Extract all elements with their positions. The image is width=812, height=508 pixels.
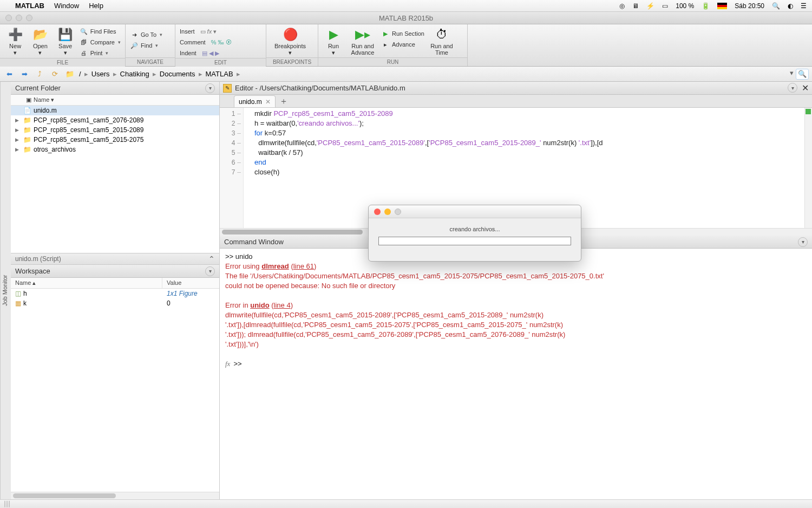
spotlight-icon[interactable]: 🔍 — [772, 2, 780, 10]
editor-titlebar: ✎ Editor - /Users/Chatiking/Documents/MA… — [220, 82, 812, 95]
teamviewer-icon[interactable]: ◎ — [619, 2, 625, 10]
nav-back-button[interactable]: ⬅ — [3, 69, 15, 80]
code-ok-icon — [806, 109, 811, 114]
workspace-row[interactable]: ◫h 1x1 Figure — [11, 289, 219, 298]
waitbar-dialog: creando archivos... — [368, 205, 581, 262]
editor-tab[interactable]: unido.m✕ — [234, 95, 276, 107]
current-folder-title: Current Folder ▾ — [11, 82, 219, 95]
file-status-expand[interactable]: ⌃ — [208, 255, 215, 263]
addr-search-button[interactable]: 🔍 — [796, 69, 809, 80]
run-time-button[interactable]: ⏱Run and Time — [428, 27, 456, 56]
new-button[interactable]: ➕New▾ — [4, 27, 26, 56]
address-row: ⬅ ➡ ⤴ ⟳ 📁 /▸ Users▸ Chatiking▸ Documents… — [0, 67, 812, 82]
current-folder-menu-icon[interactable]: ▾ — [205, 83, 215, 93]
workspace-title: Workspace ▾ — [11, 265, 219, 278]
menubar-app-name[interactable]: MATLAB — [15, 2, 44, 10]
command-prompt[interactable]: >> — [233, 359, 241, 369]
waitbar-minimize[interactable] — [384, 209, 391, 215]
wifi-icon[interactable]: ⚡ — [646, 2, 654, 10]
file-item[interactable]: 📄unido.m — [11, 106, 219, 115]
advance-button[interactable]: ▸Advance — [381, 40, 424, 49]
save-button[interactable]: 💾Save▾ — [55, 27, 76, 56]
clock[interactable]: Sáb 20:50 — [735, 2, 764, 10]
waitbar-text: creando archivos... — [369, 218, 581, 232]
battery-icon[interactable]: 🔋 — [702, 2, 710, 10]
display-icon[interactable]: 🖥 — [632, 2, 639, 10]
tab-close-icon[interactable]: ✕ — [265, 98, 271, 106]
menu-window[interactable]: Window — [54, 2, 79, 10]
nav-up-button[interactable]: ⤴ — [34, 69, 45, 80]
waitbar-progress — [378, 237, 571, 245]
workspace-menu-icon[interactable]: ▾ — [205, 266, 215, 276]
folder-item[interactable]: ▶📁otros_archivos — [11, 145, 219, 154]
folder-item[interactable]: ▶📁PCP_rcp85_cesm1_cam5_2015-2075 — [11, 135, 219, 145]
menu-help[interactable]: Help — [89, 2, 103, 10]
workspace-row[interactable]: ▦k 0 — [11, 298, 219, 308]
group-label-breakpoints: BREAKPOINTS — [266, 57, 318, 66]
job-monitor-tab[interactable]: Job Monitor — [0, 82, 11, 499]
workspace-value-header[interactable]: Value — [162, 278, 186, 288]
find-files-button[interactable]: 🔍Find Files — [80, 27, 121, 36]
airplay-icon[interactable]: ▭ — [662, 2, 668, 10]
battery-text: 100 % — [676, 2, 694, 10]
run-section-button[interactable]: ▶Run Section — [381, 29, 424, 38]
group-label-edit: EDIT — [175, 58, 266, 67]
nav-forward-button[interactable]: ➡ — [18, 69, 30, 80]
window-titlebar: MATLAB R2015b — [0, 12, 812, 24]
run-button[interactable]: ▶Run▾ — [323, 27, 344, 56]
siri-icon[interactable]: ◐ — [788, 2, 793, 10]
command-window[interactable]: >> unidoError using dlmread (line 61)The… — [220, 249, 812, 499]
workspace-hscroll[interactable] — [11, 492, 219, 499]
print-button[interactable]: 🖨Print — [80, 48, 121, 58]
macos-menubar: MATLAB Window Help ◎ 🖥 ⚡ ▭ 100 % 🔋 Sáb 2… — [0, 0, 812, 12]
statusbar — [0, 499, 812, 508]
editor-menu-icon[interactable]: ▾ — [788, 83, 797, 93]
group-label-run: RUN — [318, 57, 467, 66]
find-button[interactable]: 🔎Find — [130, 41, 162, 50]
addr-dropdown[interactable]: ▾ — [790, 69, 794, 80]
command-window-menu-icon[interactable]: ▾ — [798, 237, 808, 247]
compare-button[interactable]: 🗐Compare — [80, 37, 121, 47]
folder-item[interactable]: ▶📁PCP_rcp85_cesm1_cam5_2015-2089 — [11, 125, 219, 135]
fx-icon[interactable]: fx — [225, 359, 230, 369]
breakpoints-button[interactable]: 🔴Breakpoints▾ — [271, 27, 310, 56]
indent-button[interactable]: Indent ▤ ◀ ▶ — [180, 48, 232, 58]
file-name-header[interactable]: ▣Name ▾ — [11, 95, 219, 106]
folder-item[interactable]: ▶📁PCP_rcp85_cesm1_cam5_2076-2089 — [11, 115, 219, 125]
menu-list-icon[interactable]: ☰ — [801, 2, 807, 10]
file-status: unido.m (Script)⌃ — [11, 253, 219, 265]
group-label-file: FILE — [0, 58, 125, 67]
waitbar-zoom — [395, 209, 401, 215]
folder-icon[interactable]: 📁 — [64, 69, 76, 80]
nav-reload-button[interactable]: ⟳ — [49, 69, 61, 80]
toolstrip: ➕New▾ 📂Open▾ 💾Save▾ 🔍Find Files 🗐Compare… — [0, 24, 812, 67]
tab-add-button[interactable]: ＋ — [278, 95, 290, 107]
editor-close-button[interactable]: ✕ — [802, 83, 809, 93]
breadcrumb[interactable]: /▸ Users▸ Chatiking▸ Documents▸ MATLAB▸ — [79, 70, 240, 78]
insert-button[interactable]: Insert ▭ fx ▾ — [180, 27, 232, 36]
group-label-navigate: NAVIGATE — [126, 57, 175, 66]
run-advance-button[interactable]: ▶▸Run and Advance — [348, 27, 378, 56]
editor-tabrow: unido.m✕ ＋ — [220, 95, 812, 108]
comment-button[interactable]: Comment % ‰ ⦿ — [180, 37, 232, 47]
workspace-name-header[interactable]: Name ▴ — [11, 278, 162, 288]
goto-button[interactable]: ➜Go To — [130, 30, 162, 40]
editor-icon: ✎ — [223, 84, 232, 93]
file-list: 📄unido.m ▶📁PCP_rcp85_cesm1_cam5_2076-208… — [11, 106, 219, 253]
workspace-body: ◫h 1x1 Figure ▦k 0 — [11, 289, 219, 492]
flag-de-icon[interactable] — [717, 3, 727, 9]
code-status-strip — [804, 108, 812, 228]
window-title: MATLAB R2015b — [0, 14, 812, 22]
waitbar-close[interactable] — [374, 209, 381, 215]
open-button[interactable]: 📂Open▾ — [29, 27, 51, 56]
